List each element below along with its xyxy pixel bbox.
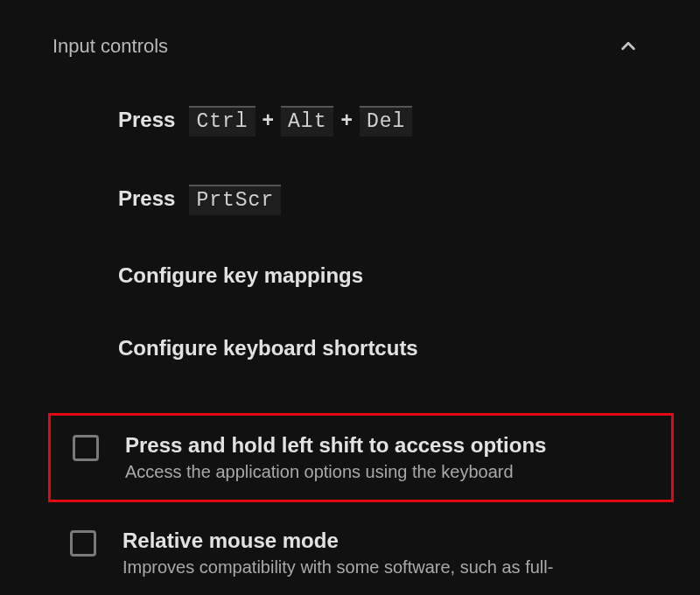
checkbox-icon[interactable] bbox=[73, 435, 99, 461]
option-title: Relative mouse mode bbox=[122, 527, 665, 554]
option-title: Press and hold left shift to access opti… bbox=[125, 431, 662, 458]
relative-mouse-option[interactable]: Relative mouse mode Improves compatibili… bbox=[48, 511, 674, 595]
items-list: Press Ctrl + Alt + Del Press PrtScr Conf… bbox=[52, 106, 648, 595]
configure-keyboard-shortcuts-item[interactable]: Configure keyboard shortcuts bbox=[118, 336, 648, 360]
press-prtscr-item[interactable]: Press PrtScr bbox=[118, 185, 648, 215]
configure-key-mappings-item[interactable]: Configure key mappings bbox=[118, 263, 648, 288]
section-header[interactable]: Input controls bbox=[52, 35, 648, 58]
option-subtitle: Improves compatibility with some softwar… bbox=[122, 556, 665, 579]
chevron-up-icon[interactable] bbox=[618, 36, 639, 57]
option-subtitle: Access the application options using the… bbox=[125, 460, 662, 484]
key-ctrl: Ctrl bbox=[189, 106, 255, 136]
key-del: Del bbox=[360, 106, 412, 136]
press-label: Press bbox=[118, 186, 175, 211]
section-title: Input controls bbox=[52, 35, 168, 58]
plus-sep: + bbox=[339, 108, 354, 132]
input-controls-panel: Input controls Press Ctrl + Alt + Del Pr… bbox=[0, 0, 700, 595]
item-label: Configure key mappings bbox=[118, 263, 363, 287]
plus-sep: + bbox=[261, 108, 276, 132]
key-prtscr: PrtScr bbox=[189, 185, 281, 215]
checkbox-icon[interactable] bbox=[70, 530, 96, 556]
press-label: Press bbox=[118, 108, 175, 132]
item-label: Configure keyboard shortcuts bbox=[118, 336, 418, 360]
shift-access-option[interactable]: Press and hold left shift to access opti… bbox=[48, 413, 674, 502]
key-alt: Alt bbox=[281, 106, 333, 136]
press-ctrl-alt-del-item[interactable]: Press Ctrl + Alt + Del bbox=[118, 106, 648, 136]
